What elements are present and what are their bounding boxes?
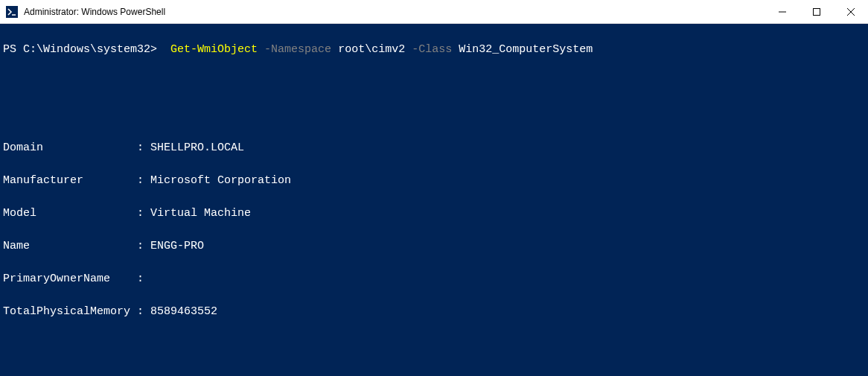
output-line: Domain : SHELLPRO.LOCAL: [3, 140, 865, 156]
param-namespace: -Namespace: [264, 43, 331, 56]
window-controls: [765, 0, 868, 24]
titlebar-left: Administrator: Windows PowerShell: [6, 6, 165, 18]
output-line: Manufacturer : Microsoft Corporation: [3, 173, 865, 189]
output-line: TotalPhysicalMemory : 8589463552: [3, 304, 865, 320]
output-line: Model : Virtual Machine: [3, 205, 865, 222]
command-line-1: PS C:\Windows\system32> Get-WmiObject -N…: [3, 42, 865, 58]
prompt: PS C:\Windows\system32>: [3, 43, 157, 56]
powershell-icon: [6, 6, 18, 18]
arg-class: Win32_ComputerSystem: [459, 43, 593, 56]
maximize-button[interactable]: [800, 0, 834, 24]
output-line: Name : ENGG-PRO: [3, 238, 865, 255]
param-class: -Class: [412, 43, 452, 56]
cmdlet: Get-WmiObject: [170, 43, 258, 56]
output-line: PrimaryOwnerName :: [3, 271, 865, 287]
blank-line: [3, 107, 865, 124]
terminal-area[interactable]: PS C:\Windows\system32> Get-WmiObject -N…: [0, 24, 868, 376]
blank-line: [3, 337, 865, 353]
blank-line: [3, 74, 865, 91]
svg-rect-3: [814, 8, 820, 15]
window-title: Administrator: Windows PowerShell: [24, 7, 165, 17]
titlebar: Administrator: Windows PowerShell: [0, 0, 868, 24]
minimize-button[interactable]: [765, 0, 800, 24]
arg-namespace: root\cimv2: [338, 43, 405, 56]
blank-line: [3, 369, 865, 376]
close-button[interactable]: [834, 0, 868, 24]
